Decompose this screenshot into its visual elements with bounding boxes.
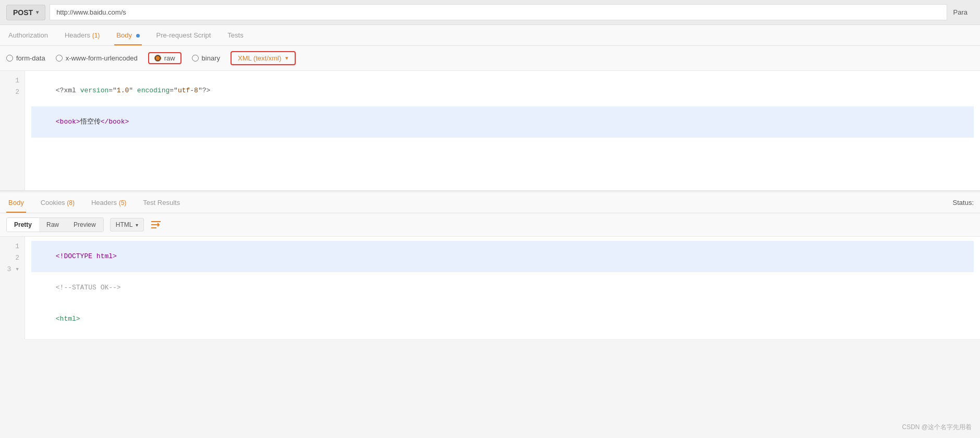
response-code-editor: 1 2 3 ▾ <!DOCTYPE html> <!--STATUS OK-->… — [0, 237, 980, 339]
tab-body[interactable]: Body — [114, 25, 141, 45]
headers-badge: (1) — [92, 32, 100, 39]
form-data-option[interactable]: form-data — [6, 54, 45, 62]
response-code-content: <!DOCTYPE html> <!--STATUS OK--> <html> — [25, 237, 980, 339]
urlencoded-radio[interactable] — [56, 55, 63, 62]
resp-line-numbers: 1 2 3 ▾ — [0, 237, 25, 339]
line-numbers: 1 2 — [0, 71, 25, 190]
body-dot-icon — [136, 34, 140, 38]
xml-chevron-icon: ▾ — [285, 55, 288, 62]
pretty-button[interactable]: Pretty — [7, 218, 39, 232]
raw-button[interactable]: Raw — [39, 218, 66, 232]
cookies-badge: (8) — [67, 199, 75, 206]
top-bar: POST ▾ Para — [0, 0, 980, 25]
resp-headers-badge: (5) — [119, 199, 127, 206]
url-input[interactable] — [50, 4, 947, 20]
params-label: Para — [947, 8, 974, 16]
html-chevron-icon: ▾ — [136, 222, 138, 228]
wrap-icon[interactable] — [150, 219, 162, 230]
method-label: POST — [13, 8, 33, 17]
html-format-selector[interactable]: HTML ▾ — [110, 218, 144, 232]
raw-option[interactable]: raw — [154, 54, 175, 62]
code-line-2: <book>悟空传</book> — [31, 106, 974, 138]
resp-code-line-1: <!DOCTYPE html> — [31, 241, 974, 272]
resp-tab-headers[interactable]: Headers (5) — [89, 192, 128, 213]
request-code-editor[interactable]: 1 2 <?xml version="1.0" encoding="utf-8"… — [0, 71, 980, 191]
tab-authorization[interactable]: Authorization — [6, 25, 50, 45]
urlencoded-option[interactable]: x-www-form-urlencoded — [56, 54, 138, 62]
request-code-content: <?xml version="1.0" encoding="utf-8"?> <… — [25, 71, 980, 190]
xml-format-selector[interactable]: XML (text/xml) ▾ — [231, 51, 296, 65]
raw-radio[interactable] — [154, 55, 161, 62]
resp-tab-test-results[interactable]: Test Results — [141, 192, 182, 213]
response-tabs-bar: Body Cookies (8) Headers (5) Test Result… — [0, 191, 980, 213]
resp-code-line-3: <html> — [31, 303, 974, 335]
resp-tab-cookies[interactable]: Cookies (8) — [39, 192, 77, 213]
method-chevron-icon: ▾ — [36, 9, 39, 15]
form-data-radio[interactable] — [6, 55, 13, 62]
code-line-1: <?xml version="1.0" encoding="utf-8"?> — [31, 75, 974, 106]
method-selector[interactable]: POST ▾ — [6, 5, 45, 20]
binary-option[interactable]: binary — [192, 54, 220, 62]
status-label: Status: — [953, 199, 974, 206]
body-options-bar: form-data x-www-form-urlencoded raw bina… — [0, 46, 980, 71]
tab-pre-request-script[interactable]: Pre-request Script — [154, 25, 213, 45]
resp-code-line-2: <!--STATUS OK--> — [31, 272, 974, 303]
resp-tab-body[interactable]: Body — [6, 192, 26, 213]
response-format-bar: Pretty Raw Preview HTML ▾ — [0, 213, 980, 237]
preview-button[interactable]: Preview — [66, 218, 103, 232]
format-group: Pretty Raw Preview — [6, 217, 104, 232]
tab-tests[interactable]: Tests — [225, 25, 245, 45]
request-tabs: Authorization Headers (1) Body Pre-reque… — [0, 25, 980, 46]
raw-option-box: raw — [148, 52, 182, 64]
tab-headers[interactable]: Headers (1) — [63, 25, 102, 45]
binary-radio[interactable] — [192, 55, 199, 62]
